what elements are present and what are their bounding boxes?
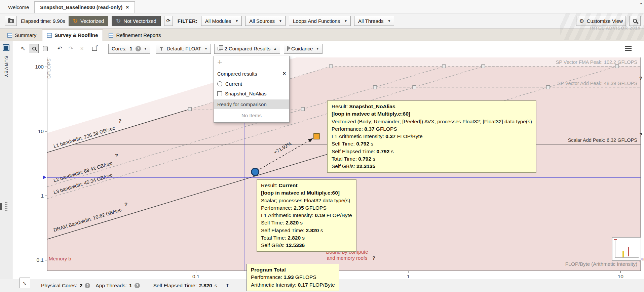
sources-filter-dropdown[interactable]: All Sources ▼ bbox=[245, 16, 286, 26]
tab-summary[interactable]: Summary bbox=[3, 30, 41, 41]
roofline-minimap[interactable] bbox=[612, 237, 641, 261]
export-button[interactable] bbox=[90, 44, 99, 53]
noalias-loop-point[interactable] bbox=[314, 133, 319, 139]
survey-roofline-label: Survey & Roofline bbox=[54, 32, 98, 38]
bound-by-help-icon[interactable]: ? bbox=[372, 255, 375, 261]
current-result-radio[interactable] bbox=[217, 81, 222, 86]
modules-filter-dropdown[interactable]: All Modules ▼ bbox=[201, 16, 242, 26]
compare-item-noalias[interactable]: Snapshot_NoAlias bbox=[214, 89, 289, 98]
compare-item-current[interactable]: Current bbox=[214, 79, 289, 89]
x-tick-label: 0.1 bbox=[192, 274, 200, 279]
current-loop-point[interactable] bbox=[252, 168, 259, 175]
delta-arrow bbox=[260, 139, 312, 169]
expand-chart-button[interactable]: ↔ bbox=[20, 278, 30, 288]
roof-knee-marker bbox=[188, 108, 192, 111]
chevron-down-icon: ▼ bbox=[279, 19, 282, 23]
survey-panel-icon[interactable] bbox=[3, 44, 9, 51]
noalias-label: Snapshot_NoAlias bbox=[225, 91, 266, 96]
zoom-tool-button[interactable] bbox=[30, 44, 39, 53]
crosshair-left-arrow-icon bbox=[43, 175, 46, 179]
y-axis-title: GFLOPS bbox=[46, 58, 51, 79]
compare-icon bbox=[218, 47, 221, 50]
threads-filter-dropdown[interactable]: All Threads ▼ bbox=[354, 16, 394, 26]
physical-cores-status: Physical Cores: 2 ? bbox=[41, 283, 90, 289]
tab-snapshot-baseline[interactable]: Snapshot_Baseline000 (read-only) × bbox=[34, 1, 135, 13]
refinement-reports-label: Refinement Reports bbox=[116, 32, 161, 38]
panel-splitter-handle[interactable] bbox=[0, 203, 2, 210]
strip-grip-dots[interactable] bbox=[4, 202, 8, 211]
zoom-icon bbox=[32, 47, 36, 50]
undo-button[interactable]: ↶ bbox=[55, 44, 64, 53]
roof-help-icon[interactable]: ? bbox=[115, 153, 118, 158]
x-axis-title: FLOP/Byte (Arithmetic Intensity) bbox=[565, 261, 637, 267]
memory-roof-label-0: L1 bandwidth: 236.39 GB/sec bbox=[53, 125, 116, 149]
guidance-dropdown[interactable]: Guidance ▼ bbox=[284, 44, 323, 54]
refresh-filter-button[interactable]: ⟳ bbox=[164, 16, 173, 26]
survey-grid-icon bbox=[47, 33, 52, 38]
roofline-filter-value: Default: FLOAT bbox=[166, 46, 201, 51]
tab-survey-roofline[interactable]: Survey & Roofline bbox=[42, 30, 103, 41]
truncated-status: T bbox=[226, 283, 229, 289]
vectorized-label: Vectorized bbox=[80, 18, 104, 24]
tooltip-noalias-loop: Result: Snapshot_NoAlias[loop in matvec … bbox=[327, 100, 536, 173]
roof-knee-marker bbox=[482, 65, 485, 68]
document-tabbar: Welcome Snapshot_Baseline000 (read-only)… bbox=[0, 0, 644, 13]
roof-knee-marker bbox=[329, 65, 333, 68]
tab-refinement-reports[interactable]: Refinement Reports bbox=[104, 30, 165, 41]
close-tab-icon[interactable]: × bbox=[126, 5, 129, 9]
expand-icon: ↔ bbox=[21, 279, 29, 287]
add-comparison-button[interactable]: + bbox=[214, 56, 289, 68]
tooltip-program-total: Program TotalPerformance: 1.93 GFLOPSAri… bbox=[247, 264, 339, 291]
ready-for-comparison-section: Ready for comparison bbox=[214, 99, 289, 109]
not-vectorized-toggle[interactable]: ↻ Not Vectorized bbox=[112, 16, 161, 26]
cancel-zoom-button[interactable]: × bbox=[77, 44, 86, 53]
physical-cores-help-icon[interactable]: ? bbox=[85, 283, 90, 288]
funnel-icon bbox=[159, 47, 163, 51]
roofline-filter-dropdown[interactable]: Default: FLOAT ▼ bbox=[156, 44, 211, 54]
cores-dropdown[interactable]: Cores: 1 ? ▼ bbox=[108, 44, 150, 54]
memory-roof-solid-0 bbox=[47, 109, 190, 153]
tooltip-current-loop: Result: Current[loop in matvec at Multip… bbox=[257, 179, 356, 252]
search-button[interactable] bbox=[629, 16, 641, 26]
customize-view-button[interactable]: ⚙ Customize View bbox=[576, 16, 626, 26]
roof-knee-marker bbox=[442, 65, 446, 68]
roof-help-icon[interactable]: ? bbox=[124, 201, 127, 207]
pan-tool-button[interactable] bbox=[41, 44, 50, 53]
x-tick-label: 1 bbox=[407, 274, 410, 279]
roof-help-icon[interactable]: ? bbox=[639, 132, 642, 137]
compared-results-panel: + Compared results × Current Snapshot_No… bbox=[214, 56, 290, 123]
chart-menu-button[interactable] bbox=[623, 44, 633, 53]
summary-grid-icon bbox=[7, 33, 12, 38]
threads-filter-value: All Threads bbox=[358, 18, 384, 24]
close-compare-panel-icon[interactable]: × bbox=[283, 71, 286, 77]
compute-roof-label-1: SP Vector Add Peak: 48.39 GFLOPS bbox=[557, 81, 637, 86]
cores-help-icon[interactable]: ? bbox=[136, 46, 141, 51]
vectorized-loop-icon: ↻ bbox=[73, 17, 78, 25]
roof-knee-marker bbox=[615, 65, 619, 68]
hand-icon bbox=[43, 46, 48, 51]
refinement-grid-icon bbox=[109, 33, 113, 38]
loops-functions-filter-dropdown[interactable]: Loops And Functions ▼ bbox=[289, 16, 351, 26]
not-vectorized-loop-icon: ↻ bbox=[116, 17, 121, 25]
select-tool-button[interactable]: ↖ bbox=[18, 44, 28, 53]
app-threads-help-icon[interactable]: ? bbox=[135, 283, 140, 288]
survey-strip-label: SURVEY bbox=[4, 56, 9, 78]
minimap-yellow-bar bbox=[622, 251, 624, 257]
y-tick-label: 0.1 bbox=[36, 257, 44, 263]
chevron-down-icon: ▼ bbox=[388, 19, 391, 23]
minimap-red-bar bbox=[628, 247, 629, 256]
cores-value: 1 bbox=[129, 46, 132, 51]
roof-help-icon[interactable]: ? bbox=[118, 118, 121, 124]
snapshot-camera-button[interactable] bbox=[5, 16, 17, 26]
tab-overflow-icon[interactable]: ▾ bbox=[640, 1, 642, 6]
delta-percent-label: +71.92% bbox=[273, 141, 293, 155]
compared-results-dropdown[interactable]: 2 Compared Results ▲ bbox=[214, 44, 280, 54]
loops-functions-filter-value: Loops And Functions bbox=[293, 18, 340, 24]
vectorized-toggle[interactable]: ↻ Vectorized bbox=[69, 16, 108, 26]
roof-help-icon[interactable]: ? bbox=[639, 75, 642, 81]
tab-welcome[interactable]: Welcome bbox=[3, 2, 34, 13]
redo-button[interactable]: ↷ bbox=[66, 44, 75, 53]
x-tick-label: 10 bbox=[618, 274, 624, 279]
noalias-checkbox[interactable] bbox=[217, 91, 222, 96]
chevron-down-icon: ▼ bbox=[344, 19, 347, 23]
